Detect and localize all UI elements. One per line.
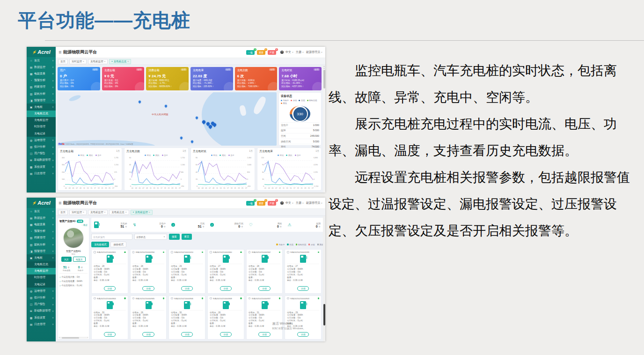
legend-item-当月[interactable]: 当月 [95, 154, 102, 156]
sidebar-subitem-充电桩监控[interactable]: 充电桩监控 [27, 117, 56, 124]
legend-item-当月[interactable]: 当月 [228, 154, 234, 156]
map-pin[interactable] [195, 116, 198, 119]
charger-card[interactable]: 充电20210210000940信号值：27今日电量：0kWh今日次数：0次今日… [207, 249, 244, 294]
stat-card-消费金额[interactable]: 消费金额今日¥ 24.75 元累计金额：6682.03元环比增长：-1.7% ↓… [146, 67, 189, 90]
search-button[interactable]: 搜索 [169, 234, 180, 240]
detail-button[interactable]: 详情 [220, 332, 232, 337]
charger-card[interactable]: 充电20210210000944信号值：30今日电量：0kWh今日次数：0次今日… [91, 296, 128, 340]
sidebar-item-数据监控[interactable]: ▤数据监控∨ [27, 214, 56, 221]
map-pin[interactable] [138, 100, 141, 104]
vehicle-type-汽车[interactable]: 汽车 [61, 257, 72, 262]
sidebar-item-用户报告[interactable]: ◫用户报告∨ [27, 150, 56, 157]
close-icon[interactable]: × [83, 210, 84, 214]
legend-item-同比[interactable]: 同比 [87, 154, 93, 156]
sidebar-subitem-充电桩总览[interactable]: 充电桩总览 [27, 261, 56, 268]
mode-button-插座模式[interactable]: 插座模式 [110, 242, 126, 247]
stat-card-充电时长[interactable]: 充电时长今日7.68 小时累计时长：4188.35小时环比增长：-61.36% … [279, 67, 322, 90]
scroll-right-icon[interactable]: › [88, 337, 88, 339]
sidebar-item-档案管理[interactable]: ▧档案管理∨ [27, 235, 56, 241]
status-select[interactable]: 全部状态 ▼ [134, 234, 167, 240]
legend-item-环比[interactable]: 环比 [211, 154, 217, 156]
map-pin[interactable] [190, 140, 194, 143]
alarm-badge-一般[interactable]: 一般1 [246, 50, 255, 55]
alarm-badge-重要[interactable]: 重要3 [257, 201, 265, 206]
sidebar-item-充电桩[interactable]: ▣充电桩∨ [27, 104, 56, 110]
menu-中文[interactable]: 中文 ∨ [285, 201, 293, 205]
legend-item-同比[interactable]: 同比 [220, 154, 226, 156]
sidebar-item-首页[interactable]: ⌂首页∨ [27, 57, 56, 64]
close-icon[interactable]: × [149, 210, 150, 214]
menu-中文[interactable]: 中文 ∨ [285, 50, 293, 54]
charger-id-input[interactable] [91, 234, 132, 240]
sidebar-item-电能质量[interactable]: ▦电能质量∨ [27, 221, 56, 228]
scroll-left-icon[interactable]: ‹ [59, 337, 59, 339]
sidebar-subitem-充电记录[interactable]: 充电记录 [27, 130, 56, 137]
stat-card-用户[interactable]: 用户今日0 户累计用户：0户环比增长：0%同比增长：0% [58, 67, 100, 90]
tab-实时监控[interactable]: 实时监控× [69, 210, 87, 215]
detail-button[interactable]: 详情 [258, 286, 271, 291]
sidebar-item-日志管理[interactable]: ▤日志管理∨ [27, 170, 56, 177]
scrollbar-horizontal[interactable]: ‹ › [59, 337, 88, 339]
tab-首页[interactable]: 首页 [58, 210, 68, 215]
close-icon[interactable]: × [104, 59, 105, 64]
sidebar-item-基础数据管理[interactable]: ⊞基础数据管理∨ [27, 308, 56, 314]
detail-button[interactable]: 详情 [181, 332, 193, 337]
scroll-up-icon[interactable]: ∧∧ [323, 66, 325, 69]
charger-card[interactable]: 充电20210210000945信号值：28今日电量：0kWh今日次数：0次今日… [130, 296, 167, 340]
sidebar-item-能耗分析[interactable]: ▥能耗分析∨ [27, 90, 56, 97]
sidebar-item-用户报告[interactable]: ◫用户报告∨ [27, 301, 56, 308]
charger-card[interactable]: 充电20210210000943信号值：29今日电量：0kWh今日次数：0次今日… [285, 296, 322, 340]
charger-card[interactable]: 充电20210210001199信号值：27今日电量：0kWh今日次数：0次今日… [285, 249, 322, 294]
close-icon[interactable]: × [83, 59, 84, 64]
scrollbar-thumb[interactable] [62, 337, 79, 339]
alarm-badge-严重[interactable]: 严重9 [268, 201, 276, 206]
charger-card[interactable]: 充电20210210000948信号值：28今日电量：0kWh今日次数：0次今日… [207, 296, 244, 340]
legend-item-当月[interactable]: 当月 [295, 154, 301, 156]
sidebar-subitem-充电记录[interactable]: 充电记录 [27, 281, 56, 288]
map-pin[interactable] [164, 104, 168, 108]
sidebar-subitem-时段管理[interactable]: 时段管理 [27, 274, 56, 281]
sidebar-subitem-充电桩监控[interactable]: 充电桩监控 [27, 268, 56, 274]
stat-card-充值金额[interactable]: 充值金额今日¥ 0 元累计充值：0元环比增长：0%同比增长：0% [102, 67, 145, 90]
stat-card-充电次数[interactable]: 充电次数今日6 次累计次数：4190次环比增长：1.54% ↑同比增长：7160… [235, 67, 278, 90]
vehicle-type-电瓶车[interactable]: 电瓶车 [73, 257, 86, 262]
alarm-badge-一般[interactable]: 一般1 [246, 201, 255, 206]
stat-card-充电电量[interactable]: 充电电量今日22.03 度累计电量：4461.9度环比增长：-71.39% ↓同… [190, 67, 233, 90]
sidebar-item-统计分析[interactable]: ▨统计分析∨ [27, 143, 56, 150]
map-pin[interactable] [180, 136, 183, 140]
sidebar-item-首页[interactable]: ⌂首页∨ [27, 208, 56, 214]
sidebar-subitem-充电桩总览[interactable]: 充电桩总览 [27, 111, 56, 117]
detail-button[interactable]: 详情 [104, 286, 116, 291]
sidebar-item-预警分析[interactable]: ◔预警分析∨ [27, 228, 56, 235]
menu-主题[interactable]: 主题 ∨ [296, 50, 304, 54]
scrollbar-thumb[interactable] [323, 70, 325, 89]
sidebar-item-运维管理[interactable]: ◍运维管理∨ [27, 288, 56, 294]
sidebar-item-能耗分析[interactable]: ▥能耗分析∨ [27, 241, 56, 248]
reset-button[interactable]: 重置 [182, 234, 192, 240]
charger-card[interactable]: 充电20210210000942信号值：28今日电量：0kWh今日次数：0次今日… [246, 249, 283, 294]
china-map[interactable]: 中华人民共和国 Baidu ©2021 Baidu - GS(2021)6026… [58, 92, 277, 146]
sidebar-item-报警管理[interactable]: ◨报警管理∨ [27, 248, 56, 254]
scrollbar-thumb[interactable] [323, 304, 325, 325]
scrollbar-vertical[interactable] [323, 216, 325, 341]
sidebar-item-数据监控[interactable]: ▤数据监控∨ [27, 64, 56, 70]
sidebar-item-电能质量[interactable]: ▦电能质量∨ [27, 70, 56, 77]
mode-button-充电桩模式[interactable]: 充电桩模式 [91, 242, 109, 247]
legend-item-环比[interactable]: 环比 [145, 154, 151, 156]
menu-icon[interactable]: ☰ [59, 201, 61, 205]
tab-充电桩监控[interactable]: 充电桩监控× [88, 59, 108, 64]
tab-充电桩监控[interactable]: 充电桩监控× [131, 210, 153, 215]
legend-item-同比[interactable]: 同比 [286, 154, 292, 156]
detail-button[interactable]: 详情 [181, 286, 193, 291]
detail-button[interactable]: 详情 [258, 332, 271, 337]
alarm-badge-重要[interactable]: 重要3 [257, 50, 265, 55]
close-icon[interactable]: × [104, 210, 105, 214]
legend-item-当月[interactable]: 当月 [162, 154, 168, 156]
sidebar-item-基础数据管理[interactable]: ⊞基础数据管理∨ [27, 157, 56, 163]
tab-首页[interactable]: 首页 [58, 59, 68, 64]
charger-card[interactable]: 充电20210210000946信号值：30今日电量：0kWh今日次数：0次今日… [168, 296, 205, 340]
menu-主题[interactable]: 主题 ∨ [296, 201, 304, 205]
menu-能源管理员[interactable]: 能源管理员 ∨ [306, 201, 322, 205]
sidebar-item-日志管理[interactable]: ▤日志管理∨ [27, 321, 56, 327]
detail-button[interactable]: 详情 [297, 286, 309, 291]
